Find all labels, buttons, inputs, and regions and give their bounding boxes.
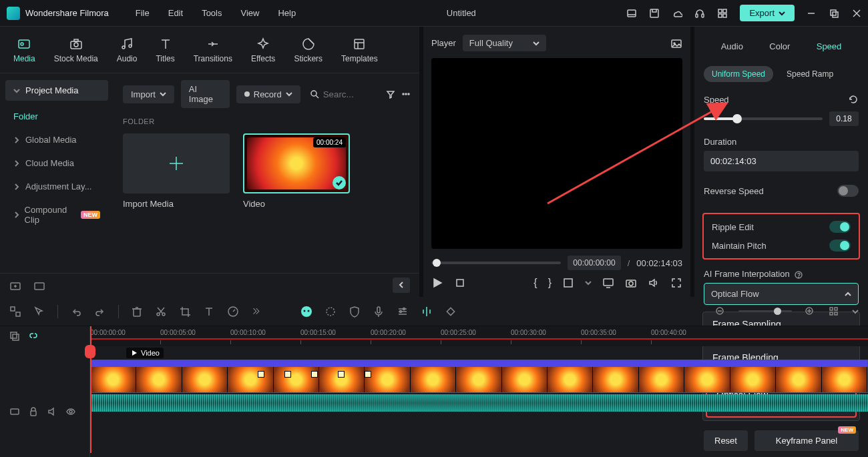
sidebar-project-media[interactable]: Project Media bbox=[5, 80, 108, 101]
zoom-out-icon[interactable] bbox=[714, 306, 726, 318]
mute-icon[interactable] bbox=[47, 406, 57, 417]
tab-effects[interactable]: Effects bbox=[251, 37, 275, 63]
tab-audio[interactable]: Audio bbox=[117, 37, 138, 63]
menu-view[interactable]: View bbox=[240, 8, 259, 18]
close-icon[interactable] bbox=[852, 9, 861, 18]
export-button[interactable]: Export bbox=[740, 5, 795, 21]
shield-icon[interactable] bbox=[349, 306, 361, 318]
keyframe-icon[interactable] bbox=[445, 306, 457, 318]
maximize-icon[interactable] bbox=[829, 9, 839, 18]
headphones-icon[interactable] bbox=[694, 8, 705, 19]
video-clip[interactable] bbox=[90, 360, 868, 393]
fullscreen-icon[interactable] bbox=[670, 277, 682, 289]
preview-screen[interactable] bbox=[431, 58, 682, 249]
snapshot-icon[interactable] bbox=[670, 37, 682, 49]
tab-stock[interactable]: Stock Media bbox=[54, 37, 98, 63]
sidebar-cloud-media[interactable]: Cloud Media bbox=[5, 151, 108, 175]
menu-help[interactable]: Help bbox=[278, 8, 296, 18]
menu-tools[interactable]: Tools bbox=[202, 8, 222, 18]
lock-icon[interactable] bbox=[28, 406, 39, 417]
camera-icon[interactable] bbox=[625, 277, 637, 289]
import-media-card[interactable]: Import Media bbox=[123, 133, 230, 209]
volume-icon[interactable] bbox=[648, 277, 660, 289]
redo-icon[interactable] bbox=[94, 306, 106, 318]
speed-ramp-pill[interactable]: Speed Ramp bbox=[779, 66, 841, 82]
adjust-icon[interactable] bbox=[397, 306, 409, 318]
search-input[interactable] bbox=[323, 89, 377, 99]
grid-icon[interactable] bbox=[828, 306, 840, 318]
menu-file[interactable]: File bbox=[136, 8, 150, 18]
text-tool-icon[interactable] bbox=[203, 306, 215, 318]
pitch-toggle[interactable] bbox=[829, 240, 851, 252]
selection-icon[interactable] bbox=[9, 306, 21, 318]
quality-select[interactable]: Full Quality bbox=[463, 35, 546, 51]
new-folder-icon[interactable] bbox=[9, 280, 21, 292]
video-clip-card[interactable]: 00:00:24 Video bbox=[243, 133, 350, 209]
mark-in-icon[interactable]: { bbox=[533, 277, 537, 289]
tab-color-props[interactable]: Color bbox=[767, 39, 793, 54]
ripple-toggle[interactable] bbox=[829, 221, 851, 233]
tab-audio-props[interactable]: Audio bbox=[718, 39, 746, 54]
mark-out-icon[interactable]: } bbox=[548, 277, 552, 289]
sidebar-compound-clip[interactable]: Compound ClipNEW bbox=[5, 198, 108, 232]
zoom-in-icon[interactable] bbox=[804, 306, 816, 318]
menu-edit[interactable]: Edit bbox=[168, 8, 183, 18]
duplicate-icon[interactable] bbox=[9, 331, 20, 342]
speed-tool-icon[interactable] bbox=[227, 306, 239, 318]
chevron-down-icon[interactable] bbox=[852, 308, 859, 315]
save-icon[interactable] bbox=[649, 8, 660, 19]
tab-templates[interactable]: Templates bbox=[341, 37, 378, 63]
duration-input[interactable]: 00:02:14:03 bbox=[704, 151, 859, 171]
apps-icon[interactable] bbox=[717, 8, 728, 19]
cut-icon[interactable] bbox=[155, 306, 167, 318]
chevron-down-icon[interactable] bbox=[585, 280, 592, 286]
new-folder2-icon[interactable] bbox=[33, 280, 45, 292]
sidebar-folder[interactable]: Folder bbox=[5, 105, 108, 128]
reset-icon[interactable] bbox=[848, 94, 859, 105]
link-icon[interactable] bbox=[28, 331, 39, 342]
import-button[interactable]: Import bbox=[123, 85, 174, 103]
tab-media[interactable]: Media bbox=[13, 37, 35, 63]
speed-value[interactable]: 0.18 bbox=[829, 111, 859, 126]
crop-tool-icon[interactable] bbox=[179, 306, 191, 318]
more-icon[interactable] bbox=[401, 89, 410, 99]
cloud-icon[interactable] bbox=[672, 8, 682, 19]
stop-icon[interactable] bbox=[454, 277, 466, 289]
help-icon[interactable] bbox=[795, 271, 803, 279]
minimize-icon[interactable] bbox=[807, 9, 816, 18]
tab-titles[interactable]: Titles bbox=[156, 37, 174, 63]
marker-icon[interactable] bbox=[421, 306, 433, 318]
crop-icon[interactable] bbox=[562, 277, 574, 289]
delete-icon[interactable] bbox=[131, 306, 143, 318]
eye-icon[interactable] bbox=[65, 406, 76, 417]
tab-speed-props[interactable]: Speed bbox=[814, 39, 845, 54]
mic-icon[interactable] bbox=[373, 306, 385, 318]
undo-icon[interactable] bbox=[70, 306, 82, 318]
reverse-toggle[interactable] bbox=[837, 185, 859, 197]
layout-icon[interactable] bbox=[626, 8, 637, 19]
scrub-slider[interactable] bbox=[431, 262, 561, 264]
display-icon[interactable] bbox=[602, 277, 614, 289]
timeline-ruler[interactable]: 00:00:00:00 00:00:05:00 00:00:10:00 00:0… bbox=[90, 326, 868, 346]
color-tool-icon[interactable] bbox=[324, 306, 337, 318]
tracks-area[interactable]: Video bbox=[90, 346, 868, 457]
video-track-icon[interactable] bbox=[9, 406, 20, 417]
uniform-speed-pill[interactable]: Uniform Speed bbox=[704, 66, 773, 82]
search-box[interactable] bbox=[307, 87, 379, 102]
sidebar-adjustment-layer[interactable]: Adjustment Lay... bbox=[5, 175, 108, 198]
ai-icon[interactable] bbox=[300, 306, 312, 318]
cursor-icon[interactable] bbox=[33, 306, 45, 318]
playhead[interactable] bbox=[90, 326, 91, 453]
play-icon[interactable] bbox=[431, 277, 443, 289]
record-button[interactable]: Record bbox=[236, 85, 300, 103]
audio-clip[interactable] bbox=[90, 394, 868, 412]
ai-image-button[interactable]: AI Image bbox=[181, 80, 230, 108]
tab-stickers[interactable]: Stickers bbox=[294, 37, 322, 63]
filter-icon[interactable] bbox=[386, 89, 395, 99]
zoom-slider[interactable] bbox=[738, 310, 792, 312]
tab-transitions[interactable]: Transitions bbox=[194, 37, 232, 63]
nav-back-button[interactable] bbox=[393, 278, 410, 293]
more-tools-icon[interactable] bbox=[251, 306, 263, 318]
speed-slider[interactable] bbox=[704, 117, 823, 120]
sidebar-global-media[interactable]: Global Media bbox=[5, 128, 108, 151]
